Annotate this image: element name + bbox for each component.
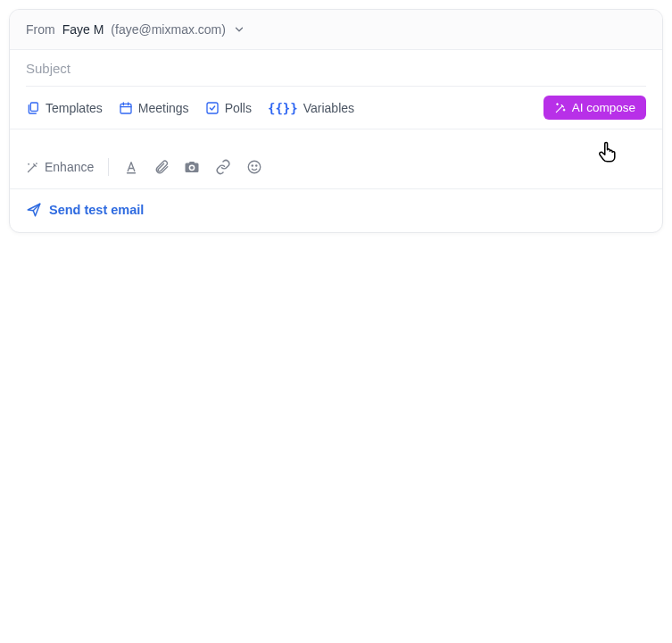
templates-label: Templates <box>46 101 103 115</box>
text-format-icon[interactable] <box>123 159 139 175</box>
ai-compose-label: AI compose <box>572 101 635 114</box>
email-compose-card: From Faye M (faye@mixmax.com) Templates … <box>9 9 663 233</box>
templates-button[interactable]: Templates <box>26 101 103 115</box>
send-test-label: Send test email <box>49 203 144 217</box>
svg-rect-5 <box>207 103 218 113</box>
subject-row <box>10 50 662 86</box>
send-test-email-button[interactable]: Send test email <box>10 188 662 232</box>
link-icon[interactable] <box>214 159 232 175</box>
camera-icon[interactable] <box>184 159 200 175</box>
format-toolbar: Enhance <box>10 151 662 188</box>
svg-rect-1 <box>120 104 131 113</box>
calendar-icon <box>119 101 133 115</box>
svg-rect-0 <box>30 103 37 111</box>
wand-icon <box>26 161 39 174</box>
attachment-icon[interactable] <box>153 159 170 175</box>
insert-toolbar: Templates Meetings Polls {{}} Variables <box>10 87 662 129</box>
templates-icon <box>26 101 40 115</box>
ai-compose-button[interactable]: AI compose <box>543 96 646 120</box>
braces-icon: {{}} <box>268 101 298 115</box>
check-square-icon <box>205 101 220 115</box>
from-label: From <box>26 22 55 37</box>
meetings-label: Meetings <box>138 101 189 115</box>
svg-point-12 <box>256 165 257 166</box>
svg-point-11 <box>252 165 253 166</box>
svg-point-6 <box>37 163 37 163</box>
enhance-label: Enhance <box>45 160 94 174</box>
variables-label: Variables <box>303 101 354 115</box>
email-body-editor[interactable] <box>10 129 662 151</box>
meetings-button[interactable]: Meetings <box>119 101 189 115</box>
from-name: Faye M <box>62 22 104 37</box>
polls-label: Polls <box>225 101 252 115</box>
svg-point-10 <box>249 161 261 173</box>
from-email: (faye@mixmax.com) <box>111 22 226 37</box>
magic-wand-icon <box>554 102 567 114</box>
chevron-down-icon[interactable] <box>233 23 245 36</box>
send-icon <box>26 202 42 218</box>
from-row[interactable]: From Faye M (faye@mixmax.com) <box>10 10 662 50</box>
emoji-icon[interactable] <box>246 159 262 175</box>
variables-button[interactable]: {{}} Variables <box>268 101 354 115</box>
svg-point-7 <box>29 163 29 164</box>
subject-input[interactable] <box>26 61 646 76</box>
polls-button[interactable]: Polls <box>205 101 252 115</box>
enhance-button[interactable]: Enhance <box>26 160 94 174</box>
insert-toolbar-left: Templates Meetings Polls {{}} Variables <box>26 101 354 115</box>
separator <box>108 158 109 176</box>
